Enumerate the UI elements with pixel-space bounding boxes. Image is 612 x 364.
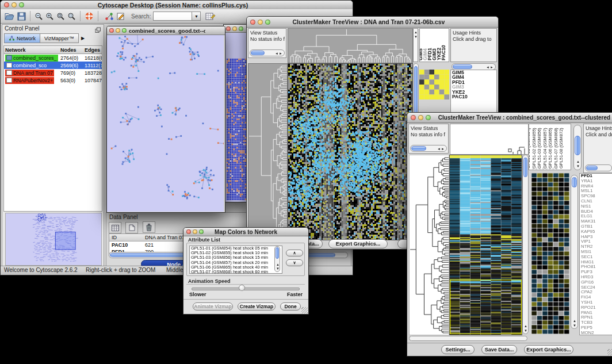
search-dropdown-button[interactable]: ▼ (192, 12, 201, 21)
zoom-button[interactable] (265, 20, 270, 25)
heatmap-canvas[interactable] (449, 155, 522, 335)
search-input[interactable] (153, 12, 192, 21)
treeview2-vscrollbar[interactable]: ▲▼ (522, 155, 529, 334)
network-view-window: combined_scores_good.txt--cluste... (106, 26, 225, 213)
usage-hints-line1: Usage Hints (453, 30, 496, 36)
network-row[interactable]: combined_sco 2569(6) 13112(15) (4, 62, 102, 69)
treeview2-column-labels: GPL51-01 (GSM854)GPL51-02 (GSM855)GPL51-… (529, 124, 571, 170)
create-vizmap-button[interactable]: Create Vizmap (238, 302, 276, 311)
attribute-item[interactable]: GPL51-07 (GSM868) heat shock 60 min (190, 270, 282, 274)
summary-heatmap-canvas[interactable] (419, 70, 449, 99)
close-button[interactable] (186, 229, 191, 234)
resize-grip[interactable] (301, 307, 308, 313)
column-dendrogram-canvas[interactable] (450, 124, 529, 155)
main-window-title: Cytoscape Desktop (Session Name: collins… (28, 2, 318, 9)
attribute-list-label: Attribute List (188, 237, 220, 243)
usage-hints-hscrollbar[interactable] (585, 164, 612, 171)
treeview2-title: ClusterMaker TreeView : combined_scores_… (434, 114, 612, 121)
status-hint-middle: Middle- (166, 267, 185, 273)
view-status-line2: No status info f (411, 132, 448, 138)
close-button[interactable] (411, 115, 416, 120)
move-up-button[interactable]: ∧ (286, 250, 303, 256)
gene-list-vscrollbar[interactable]: ▲▼ (571, 175, 578, 329)
minimize-button[interactable] (116, 28, 120, 33)
table-editor-icon[interactable] (205, 12, 216, 21)
network-row[interactable]: DNA and Tran 07 769(0) 183728(0) (4, 69, 102, 76)
main-titlebar[interactable]: Cytoscape Desktop (Session Name: collins… (1, 1, 353, 10)
annotation-icon[interactable] (116, 12, 125, 21)
tab-vizmapper[interactable]: VizMapper™ (40, 33, 79, 43)
minimize-button[interactable] (418, 115, 423, 120)
control-panel: Control Panel Network VizMapper™ ▶ Netwo… (2, 24, 104, 266)
vizmap-icon[interactable] (105, 12, 114, 21)
column-labels-vscrollbar[interactable]: ▲▼ (573, 125, 582, 170)
desktop: Cytoscape Desktop (Session Name: collins… (0, 0, 612, 364)
settings-button[interactable]: Settings... (441, 345, 475, 354)
save-data-button[interactable]: Save Data... (481, 345, 517, 354)
move-down-button[interactable]: ∨ (286, 259, 303, 266)
network-row[interactable]: combined_scores_ 2764(0) 16218(0) (4, 54, 102, 62)
tab-network[interactable]: Network (4, 33, 40, 43)
zoom-button[interactable] (426, 115, 431, 120)
save-icon[interactable] (17, 12, 26, 21)
done-button[interactable]: Done (280, 302, 301, 311)
network-row[interactable]: RNAPuberNov2+ 563(0) 107847(0) (4, 76, 102, 84)
resize-grip[interactable] (607, 349, 612, 355)
zoom-out-icon[interactable] (35, 12, 43, 21)
view-status-panel: View Status No status info f ◄► (248, 28, 286, 58)
delete-attribute-icon[interactable] (143, 221, 155, 233)
heatmap-canvas[interactable] (288, 63, 413, 240)
network-row-icon (6, 55, 12, 60)
row-dendrogram-canvas[interactable] (248, 63, 288, 240)
close-button[interactable] (250, 20, 255, 25)
row-dendrogram-canvas[interactable] (409, 155, 449, 335)
export-graphics-button[interactable]: Export Graphics... (524, 345, 573, 354)
network-canvas-2[interactable] (224, 33, 248, 202)
usage-hints-line2: Click and drag to (453, 36, 496, 43)
help-lifesaver-icon[interactable] (85, 12, 94, 21)
attribute-table-icon[interactable] (109, 222, 121, 233)
animation-speed-slider-thumb[interactable] (239, 285, 245, 291)
close-button[interactable] (109, 28, 114, 33)
animate-vizmap-button[interactable]: Animate Vizmap (193, 302, 233, 311)
close-button[interactable] (4, 2, 9, 7)
zoom-button[interactable] (199, 229, 204, 234)
treeview2-hscrollbar[interactable] (409, 336, 527, 341)
zoom-button[interactable] (19, 2, 24, 7)
close-button[interactable] (226, 26, 231, 31)
view-status-hscrollbar[interactable]: ◄► (250, 49, 285, 56)
zoom-in-icon[interactable] (45, 12, 54, 21)
minimize-button[interactable] (258, 20, 263, 25)
treeview1-title: ClusterMaker TreeView : DNA and Tran 07-… (274, 18, 464, 25)
new-attribute-icon[interactable] (125, 222, 138, 233)
search-label: Search: (131, 13, 151, 20)
treeview1-column-labels: GIM5GIM4PFD1GIM3YKE2PAC10 (419, 28, 449, 62)
zoom-heatmap-canvas[interactable] (531, 173, 569, 334)
column-label: PAC10 (441, 45, 446, 60)
network-tab-icon (9, 35, 15, 42)
network-overview-canvas[interactable] (5, 213, 102, 266)
minimize-button[interactable] (232, 26, 237, 31)
tab-overflow-arrow[interactable]: ▶ (81, 36, 85, 41)
treeview2-gene-list[interactable]: PFD1YRA1RNR4MSL1SPC98CLN1NIS1BUD4ELG1MAK… (579, 173, 612, 335)
minimize-button[interactable] (193, 229, 197, 234)
network-canvas[interactable] (107, 35, 224, 212)
minimize-button[interactable] (12, 2, 17, 7)
export-graphics-button[interactable]: Export Graphics... (328, 239, 388, 248)
zoom-button[interactable] (122, 28, 127, 33)
dialog-title: Map Colors to Network (206, 229, 285, 235)
slower-label: Slower (189, 292, 206, 297)
column-dendrogram-canvas[interactable] (288, 28, 413, 63)
open-file-icon[interactable] (5, 12, 15, 21)
attribute-list[interactable]: GPL51-01 (GSM854) heat shock 05 minGPL51… (189, 246, 282, 274)
zoom-selected-icon[interactable] (67, 12, 76, 21)
view-status-hscrollbar[interactable]: ◄► (410, 145, 447, 152)
zoom-button[interactable] (239, 26, 243, 31)
column-label: GPL51-07 (GSM868) (553, 128, 559, 168)
network-table-header: Network Nodes Edges (4, 46, 102, 54)
attribute-list-vscrollbar[interactable]: ▲▼ (274, 246, 280, 272)
gene-label: MON2 (580, 331, 612, 335)
animation-speed-slider[interactable] (192, 288, 300, 290)
zoom-fit-icon[interactable] (56, 12, 65, 21)
animation-speed-label: Animation Speed (188, 278, 231, 284)
